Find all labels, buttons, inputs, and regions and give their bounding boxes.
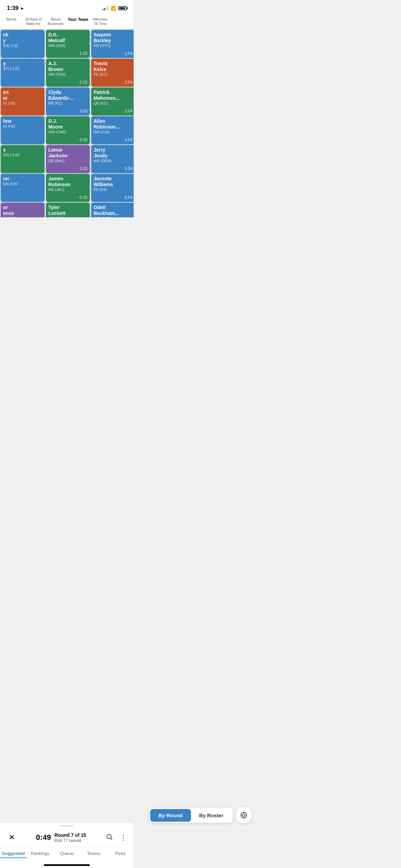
- player-name: LamarJackson: [48, 147, 87, 159]
- player-name: ener: [3, 89, 42, 101]
- pick-cell-7-1[interactable]: orence A) 7.02: [1, 203, 45, 217]
- player-name: AllenRobinson...: [94, 118, 133, 130]
- pick-cell-1-1[interactable]: cky EN) 1.02: [1, 30, 45, 58]
- player-info: WR (CLE): [94, 216, 133, 217]
- player-info: EN) 1.02: [3, 44, 42, 48]
- draft-grid[interactable]: cky EN) 1.02 D.K.Metcalf WR (SEA) 1.03 S…: [0, 29, 134, 217]
- pick-cell-2-1[interactable]: y ATL) 2.02: [1, 59, 45, 87]
- col-header-4: AfternoonTE Time: [89, 16, 111, 27]
- pick-cell-7-2[interactable]: TylerLockett WR (SEA) 7.03: [46, 203, 90, 217]
- player-info: WR (TEN): [48, 72, 87, 76]
- player-info: RB (KC): [48, 101, 87, 105]
- player-info: WR (CAR): [48, 130, 87, 134]
- pick-cell-5-3[interactable]: JerryJeudy WR (DEN) 5.04: [91, 145, 134, 173]
- pick-number: 4.04: [125, 137, 133, 142]
- col-header-5: [111, 16, 134, 27]
- pick-cell-4-1[interactable]: hne A) 4.02: [1, 116, 45, 144]
- player-name: SaquonBarkley: [94, 32, 133, 44]
- pick-cell-6-3[interactable]: JavonteWilliams RB (FA) 6.04: [91, 174, 134, 202]
- player-info: ATL) 5.02: [3, 153, 42, 157]
- player-info: EA) 6.02: [3, 182, 42, 186]
- pick-cell-7-3[interactable]: OdellBeckham... WR (CLE) 7.04: [91, 203, 134, 217]
- pick-cell-5-1[interactable]: s ATL) 5.02: [1, 145, 45, 173]
- player-info: WR (CHI): [94, 130, 133, 134]
- pick-number: 5.04: [125, 166, 133, 171]
- pick-number: 2.04: [125, 80, 133, 85]
- pick-number: 5.03: [80, 166, 87, 171]
- pick-number: 6.03: [80, 195, 87, 200]
- pick-cell-4-3[interactable]: AllenRobinson... WR (CHI) 4.04: [91, 116, 134, 144]
- player-name: on: [3, 176, 42, 182]
- pick-cell-1-2[interactable]: D.K.Metcalf WR (SEA) 1.03: [46, 30, 90, 58]
- pick-number: 3.04: [125, 109, 133, 113]
- player-name: s: [3, 147, 42, 153]
- player-info: WR (SEA): [48, 44, 87, 48]
- pick-number: 6.04: [125, 195, 133, 200]
- pick-number: 3.03: [80, 109, 87, 113]
- player-name: ClydeEdwards-...: [48, 89, 87, 101]
- player-name: orence: [3, 205, 42, 216]
- pick-number: 4.03: [80, 137, 87, 142]
- signal-icon: [102, 6, 109, 10]
- player-info: RB (JAC): [48, 188, 87, 192]
- pick-cell-2-2[interactable]: A.J.Brown WR (TEN) 2.03: [46, 59, 90, 87]
- player-info: A) 4.02: [3, 124, 42, 128]
- player-info: WR (SEA): [48, 216, 87, 217]
- status-time: 1:39: [7, 5, 19, 12]
- player-name: D.K.Metcalf: [48, 32, 87, 44]
- pick-cell-6-2[interactable]: JamesRobinson RB (JAC) 6.03: [46, 174, 90, 202]
- pick-cell-2-3[interactable]: TravisKelce TE (KC) 2.04: [91, 59, 134, 87]
- player-info: A) 7.02: [3, 216, 42, 217]
- player-info: ATL) 2.02: [3, 67, 42, 71]
- player-name: JamesRobinson: [48, 176, 87, 188]
- player-info: QB (KC): [94, 101, 133, 105]
- pick-cell-3-2[interactable]: ClydeEdwards-... RB (KC) 3.03: [46, 87, 90, 116]
- player-info: WR (DEN): [94, 159, 133, 163]
- pick-cell-5-2[interactable]: LamarJackson QB (BAL) 5.03: [46, 145, 90, 173]
- pick-number: 1.04: [125, 51, 133, 56]
- player-info: TE (KC): [94, 72, 133, 76]
- player-name: JavonteWilliams: [94, 176, 133, 188]
- player-name: cky: [3, 32, 42, 44]
- pick-cell-6-1[interactable]: on EA) 6.02: [1, 174, 45, 202]
- player-info: V) 3.02: [3, 101, 42, 105]
- player-info: RB (FA): [94, 188, 133, 192]
- col-header-1: 30 Rack ofMatty Ice: [22, 16, 45, 27]
- pick-cell-1-3[interactable]: SaquonBarkley RB (NYG) 1.04: [91, 30, 134, 58]
- player-name: JerryJeudy: [94, 147, 133, 159]
- battery-icon: [118, 6, 127, 10]
- player-name: PatrickMahomes...: [94, 89, 133, 101]
- player-name: y: [3, 61, 42, 67]
- player-name: hne: [3, 118, 42, 124]
- col-header-2: BlountRushmore: [45, 16, 67, 27]
- pick-cell-3-3[interactable]: PatrickMahomes... QB (KC) 3.04: [91, 87, 134, 116]
- player-info: QB (BAL): [48, 159, 87, 163]
- player-name: TravisKelce: [94, 61, 133, 72]
- status-bar: 1:39 ➤ 📶: [0, 0, 134, 14]
- player-name: D.J.Moore: [48, 118, 87, 130]
- wifi-icon: 📶: [111, 6, 116, 11]
- status-icons: 📶: [102, 6, 127, 11]
- pick-number: 1.03: [80, 51, 87, 56]
- col-header-your-team: Your Team: [67, 16, 89, 27]
- player-name: OdellBeckham...: [94, 205, 133, 216]
- col-header-0: Terrors: [0, 16, 22, 27]
- pick-number: 2.03: [80, 80, 87, 85]
- player-info: RB (NYG): [94, 44, 133, 48]
- pick-cell-3-1[interactable]: ener V) 3.02: [1, 87, 45, 116]
- player-name: TylerLockett: [48, 205, 87, 216]
- column-headers: Terrors 30 Rack ofMatty Ice BlountRushmo…: [0, 14, 134, 29]
- player-name: A.J.Brown: [48, 61, 87, 72]
- location-icon: ➤: [20, 6, 24, 11]
- pick-cell-4-2[interactable]: D.J.Moore WR (CAR) 4.03: [46, 116, 90, 144]
